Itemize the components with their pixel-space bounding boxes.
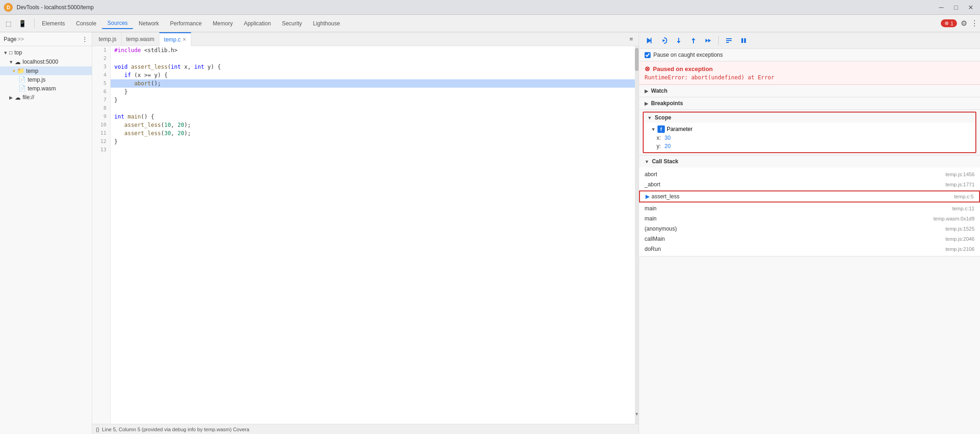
callstack-item-callMain[interactable]: callMain temp.js:2046 xyxy=(639,234,980,244)
scroll-down-arrow[interactable]: ▼ xyxy=(635,411,639,416)
code-line-5: abort(); xyxy=(111,79,639,88)
callstack-arrow-icon: ▼ xyxy=(645,159,649,164)
watch-section-header[interactable]: ▶ Watch xyxy=(639,85,980,97)
scope-box: ▼ Scope ▼ f Parameter x: 30 y: 20 xyxy=(643,112,976,153)
svg-marker-8 xyxy=(692,38,695,40)
tab-application[interactable]: Application xyxy=(238,18,276,29)
callstack-item-anonymous[interactable]: (anonymous) temp.js:1525 xyxy=(639,224,980,234)
folder-icon-top: □ xyxy=(9,49,12,56)
inspect-icon[interactable]: ⬚ xyxy=(2,17,15,30)
tree-arrow-localhost: ▼ xyxy=(7,58,15,65)
param-arrow-icon: ▼ xyxy=(651,127,656,132)
line-num-4: 4 xyxy=(92,71,110,79)
tree-item-tempwasm[interactable]: 📄 temp.wasm xyxy=(0,84,92,93)
main-layout: Page >> ⋮ ▼ □ top ▼ ☁ localhost:5000 ▪ 📁 xyxy=(0,32,980,434)
callstack-name-callMain: callMain xyxy=(645,236,665,242)
callstack-item-main2[interactable]: main temp.wasm:0x1d9 xyxy=(639,214,980,224)
step-into-btn[interactable] xyxy=(672,34,685,47)
line-num-7: 7 xyxy=(92,96,110,104)
tree-item-localhost[interactable]: ▼ ☁ localhost:5000 xyxy=(0,57,92,66)
code-editor: 1 2 3 4 5 6 7 8 9 10 11 12 13 #include <… xyxy=(92,46,639,424)
line-num-10: 10 xyxy=(92,121,110,129)
callstack-item-assert_less[interactable]: ▶ assert_less temp.c:5 xyxy=(639,190,980,202)
svg-marker-4 xyxy=(663,39,665,42)
callstack-item-doRun[interactable]: doRun temp.js:2106 xyxy=(639,244,980,254)
tree-item-tempjs[interactable]: 📄 temp.js xyxy=(0,75,92,84)
deactivate-btn[interactable] xyxy=(722,34,735,47)
svg-marker-9 xyxy=(705,39,708,42)
file-tab-tempjs[interactable]: temp.js xyxy=(94,32,122,46)
tree-arrow-top: ▼ xyxy=(2,49,9,56)
scrollbar-track[interactable]: ▼ xyxy=(635,46,639,424)
code-line-11: assert_less(30, 20); xyxy=(111,129,639,137)
file-tab-tempwasm[interactable]: temp.wasm xyxy=(122,32,159,46)
callstack-loc-_abort: temp.js:1771 xyxy=(945,182,974,187)
nav-divider xyxy=(34,19,35,28)
callstack-section-header[interactable]: ▼ Call Stack xyxy=(639,155,980,167)
sidebar-header-icons: ⋮ xyxy=(82,36,88,43)
callstack-loc-abort: temp.js:1456 xyxy=(945,172,974,177)
tab-network[interactable]: Network xyxy=(133,18,164,29)
line-num-6: 6 xyxy=(92,88,110,96)
file-tab-tempc[interactable]: temp.c ✕ xyxy=(159,32,191,46)
folder-visual-temp: 📁 xyxy=(17,67,24,74)
tab-sources[interactable]: Sources xyxy=(102,18,133,29)
svg-rect-14 xyxy=(741,38,743,43)
line-numbers: 1 2 3 4 5 6 7 8 9 10 11 12 13 xyxy=(92,46,111,424)
code-line-4: if (x >= y) { xyxy=(111,71,639,79)
callstack-item-main1[interactable]: main temp.c:11 xyxy=(639,203,980,214)
scope-param-header[interactable]: ▼ f Parameter xyxy=(644,125,975,134)
step-btn[interactable] xyxy=(702,34,715,47)
scope-val-y: 20 xyxy=(664,143,670,149)
debug-toolbar xyxy=(639,32,980,49)
scrollbar-thumb[interactable] xyxy=(635,48,639,71)
breakpoints-label: Breakpoints xyxy=(651,100,683,107)
error-badge[interactable]: ⊗ 1 xyxy=(941,19,957,27)
callstack-name-_abort: _abort xyxy=(645,181,660,188)
tree-item-temp[interactable]: ▪ 📁 temp xyxy=(0,66,92,75)
tab-lighthouse[interactable]: Lighthouse xyxy=(307,18,346,29)
scope-content: ▼ f Parameter x: 30 y: 20 xyxy=(644,123,975,152)
more-pages-icon[interactable]: >> xyxy=(18,36,24,42)
file-tab-close-icon[interactable]: ✕ xyxy=(182,37,186,42)
resume-btn[interactable] xyxy=(643,34,656,47)
pause-btn[interactable] xyxy=(737,34,750,47)
pause-exceptions-checkbox[interactable] xyxy=(645,52,651,58)
step-over-btn[interactable] xyxy=(657,34,670,47)
watch-label: Watch xyxy=(651,88,668,94)
breakpoints-section-header[interactable]: ▶ Breakpoints xyxy=(639,97,980,109)
code-status-text: Line 5, Column 5 (provided via debug inf… xyxy=(102,427,249,432)
callstack-item-abort[interactable]: abort temp.js:1456 xyxy=(639,169,980,179)
tab-elements[interactable]: Elements xyxy=(36,18,70,29)
brace-icon: {} xyxy=(96,427,99,432)
scope-section-header[interactable]: ▼ Scope xyxy=(644,113,975,123)
minimize-button[interactable]: ─ xyxy=(936,2,947,13)
code-lines: #include <stdlib.h> void assert_less(int… xyxy=(111,46,639,424)
tab-memory[interactable]: Memory xyxy=(207,18,238,29)
close-button[interactable]: ✕ xyxy=(965,2,976,13)
sidebar-menu-icon[interactable]: ⋮ xyxy=(82,36,88,43)
callstack-section: ▼ Call Stack abort temp.js:1456 _abort t… xyxy=(639,155,980,256)
devtools-icon: D xyxy=(4,3,13,12)
pause-error-icon: ⊗ xyxy=(645,65,650,72)
maximize-button[interactable]: □ xyxy=(951,2,962,13)
js-file-icon: 📄 xyxy=(18,76,26,83)
settings-icon[interactable]: ⚙ xyxy=(961,19,967,28)
device-icon[interactable]: 📱 xyxy=(16,17,29,30)
tab-sync-icon[interactable]: ≡ xyxy=(626,34,637,45)
code-line-8 xyxy=(111,104,639,113)
callstack-item-_abort[interactable]: _abort temp.js:1771 xyxy=(639,179,980,190)
topnav-right: ⊗ 1 ⚙ ⋮ xyxy=(941,19,978,28)
tab-console[interactable]: Console xyxy=(70,18,102,29)
step-out-btn[interactable] xyxy=(687,34,700,47)
tree-item-top[interactable]: ▼ □ top xyxy=(0,48,92,57)
more-options-icon[interactable]: ⋮ xyxy=(971,19,978,28)
sidebar-tree: ▼ □ top ▼ ☁ localhost:5000 ▪ 📁 temp 📄 te… xyxy=(0,46,92,434)
callstack-name-abort: abort xyxy=(645,171,657,178)
pause-banner: ⊗ Paused on exception RuntimeError: abor… xyxy=(639,61,980,85)
code-line-7: } xyxy=(111,96,639,104)
tab-performance[interactable]: Performance xyxy=(164,18,207,29)
tree-item-file[interactable]: ▶ ☁ file:// xyxy=(0,93,92,102)
tab-security[interactable]: Security xyxy=(276,18,307,29)
code-line-9: int main() { xyxy=(111,113,639,121)
